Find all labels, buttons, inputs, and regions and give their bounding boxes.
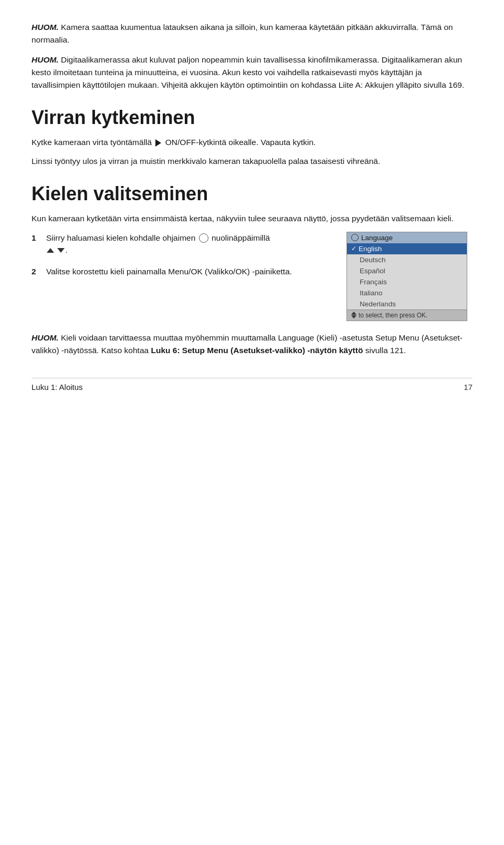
- note1-label: HUOM.: [32, 23, 59, 32]
- lang-francais-label: Français: [360, 278, 387, 286]
- page-footer: Luku 1: Aloitus 17: [32, 378, 472, 391]
- power-pre1: Kytke kameraan virta työntämällä: [32, 138, 154, 147]
- power-onoff-text: ON/OFF-kytkintä oikealle. Vapauta kytkin…: [165, 138, 316, 147]
- up-arrow-icon: [47, 248, 54, 253]
- power-para1: Kytke kameraan virta työntämällä ON/OFF-…: [32, 136, 472, 149]
- note-block-2: HUOM. Digitaalikamerassa akut kuluvat pa…: [32, 54, 472, 91]
- note3-para: HUOM. Kieli voidaan tarvittaessa muuttaa…: [32, 332, 472, 357]
- footer-arrow-up-icon: [351, 312, 356, 315]
- language-intro: Kun kameraan kytketään virta ensimmäistä…: [32, 212, 472, 225]
- lang-footer: to select, then press OK.: [347, 310, 467, 321]
- language-heading: Kielen valitseminen: [32, 182, 472, 205]
- note-block-1: HUOM. Kamera saattaa kuumentua latauksen…: [32, 21, 472, 46]
- step1-num: 1: [32, 232, 41, 256]
- footer-page: 17: [464, 383, 472, 391]
- lang-item-nederlands: Nederlands: [347, 298, 467, 310]
- step2-text: Valitse korostettu kieli painamalla Menu…: [46, 265, 331, 277]
- step-1: 1 Siirry haluamasi kielen kohdalle ohjai…: [32, 232, 331, 256]
- footer-arrows-icon: [351, 312, 356, 318]
- lang-english-label: English: [359, 245, 382, 253]
- lang-italiano-label: Italiano: [360, 289, 383, 297]
- globe-icon: [351, 234, 359, 241]
- step-2: 2 Valitse korostettu kieli painamalla Me…: [32, 265, 331, 277]
- lang-espanol-label: Español: [360, 267, 385, 275]
- lang-item-italiano: Italiano: [347, 287, 467, 298]
- lang-footer-text: to select, then press OK.: [359, 312, 427, 319]
- steps-left: 1 Siirry haluamasi kielen kohdalle ohjai…: [32, 232, 331, 287]
- note2-para: HUOM. Digitaalikamerassa akut kuluvat pa…: [32, 54, 472, 91]
- down-arrow-icon: [57, 248, 65, 253]
- lang-deutsch-label: Deutsch: [360, 256, 386, 264]
- dpad-icon: [199, 233, 208, 243]
- lang-header-label: Language: [361, 234, 393, 242]
- note-block-3: HUOM. Kieli voidaan tarvittaessa muuttaa…: [32, 332, 472, 357]
- power-para2: Linssi työntyy ulos ja virran ja muistin…: [32, 155, 472, 168]
- step2-num: 2: [32, 265, 41, 277]
- lang-item-deutsch: Deutsch: [347, 254, 467, 265]
- arrow-right-icon: [155, 139, 161, 147]
- note1-text: Kamera saattaa kuumentua latauksen aikan…: [32, 23, 453, 44]
- note1-para: HUOM. Kamera saattaa kuumentua latauksen…: [32, 21, 472, 46]
- lang-item-english: ✓ English: [347, 243, 467, 254]
- lang-widget-box: Language ✓ English Deutsch Español Franç…: [346, 232, 467, 321]
- lang-nederlands-label: Nederlands: [360, 300, 396, 308]
- footer-arrow-down-icon: [351, 315, 356, 318]
- note3-label: HUOM.: [32, 333, 59, 342]
- step1-text: Siirry haluamasi kielen kohdalle ohjaime…: [46, 232, 331, 256]
- footer-chapter: Luku 1: Aloitus: [32, 383, 83, 391]
- language-widget: Language ✓ English Deutsch Español Franç…: [346, 232, 472, 321]
- lang-item-espanol: Español: [347, 265, 467, 276]
- note3-bold: Luku 6: Setup Menu (Asetukset-valikko) -…: [151, 346, 363, 355]
- lang-item-francais: Français: [347, 276, 467, 287]
- note2-label: HUOM.: [32, 55, 59, 64]
- lang-widget-header: Language: [347, 232, 467, 243]
- page-content: HUOM. Kamera saattaa kuumentua latauksen…: [32, 21, 472, 391]
- power-heading: Virran kytkeminen: [32, 106, 472, 129]
- checkmark-icon: ✓: [351, 245, 356, 252]
- note3-text2: sivulla 121.: [365, 346, 406, 355]
- note2-text: Digitaalikamerassa akut kuluvat paljon n…: [32, 55, 464, 89]
- steps-block: 1 Siirry haluamasi kielen kohdalle ohjai…: [32, 232, 472, 321]
